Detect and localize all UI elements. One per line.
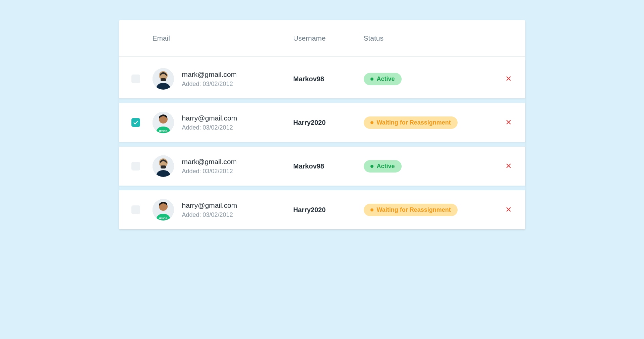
status-label: Active <box>377 76 395 83</box>
cell-email: mark@gmail.com Added: 03/02/2012 <box>153 155 293 177</box>
email-info: mark@gmail.com Added: 03/02/2012 <box>182 70 237 88</box>
close-icon <box>506 76 512 82</box>
table-header: Email Username Status <box>119 20 525 57</box>
close-icon <box>506 119 512 125</box>
email-text: mark@gmail.com <box>182 70 237 79</box>
username-text: Markov98 <box>293 75 364 83</box>
added-date: Added: 03/02/2012 <box>182 211 237 219</box>
avatar: IENCE <box>153 112 174 133</box>
close-icon <box>506 206 512 212</box>
cell-status: Waiting for Reassignment <box>364 116 492 129</box>
cell-email: IENCE harry@gmail.com Added: 03/02/2012 <box>153 112 293 133</box>
header-status: Status <box>364 34 492 42</box>
cell-delete <box>492 117 525 128</box>
status-dot-icon <box>370 165 373 168</box>
delete-button[interactable] <box>504 117 514 128</box>
email-text: mark@gmail.com <box>182 158 237 166</box>
header-username: Username <box>293 34 364 42</box>
row-checkbox[interactable] <box>131 75 140 83</box>
username-text: Harry2020 <box>293 206 364 214</box>
table-row: IENCE harry@gmail.com Added: 03/02/2012 … <box>119 190 525 229</box>
cell-checkbox <box>119 118 153 127</box>
cell-checkbox <box>119 162 153 171</box>
added-date: Added: 03/02/2012 <box>182 168 237 175</box>
svg-rect-2 <box>161 78 166 81</box>
status-badge: Active <box>364 73 402 85</box>
header-email: Email <box>153 34 293 42</box>
added-date: Added: 03/02/2012 <box>182 124 237 131</box>
status-badge: Waiting for Reassignment <box>364 116 458 129</box>
cell-email: IENCE harry@gmail.com Added: 03/02/2012 <box>153 199 293 221</box>
cell-status: Waiting for Reassignment <box>364 204 492 216</box>
cell-delete <box>492 161 525 172</box>
cell-status: Active <box>364 160 492 173</box>
cell-delete <box>492 74 525 85</box>
table-body: mark@gmail.com Added: 03/02/2012 Markov9… <box>119 59 525 229</box>
avatar <box>153 155 174 177</box>
delete-button[interactable] <box>504 74 514 85</box>
email-info: mark@gmail.com Added: 03/02/2012 <box>182 158 237 175</box>
status-label: Waiting for Reassignment <box>377 206 451 213</box>
svg-rect-12 <box>161 165 166 168</box>
table-row: IENCE harry@gmail.com Added: 03/02/2012 … <box>119 103 525 142</box>
close-icon <box>506 163 512 169</box>
status-label: Active <box>377 163 395 170</box>
row-checkbox[interactable] <box>131 118 140 127</box>
cell-email: mark@gmail.com Added: 03/02/2012 <box>153 68 293 90</box>
row-checkbox[interactable] <box>131 205 140 214</box>
svg-text:IENCE: IENCE <box>159 217 167 220</box>
table-row: mark@gmail.com Added: 03/02/2012 Markov9… <box>119 59 525 98</box>
delete-button[interactable] <box>504 204 514 215</box>
status-badge: Waiting for Reassignment <box>364 204 458 216</box>
status-dot-icon <box>370 78 373 81</box>
cell-checkbox <box>119 205 153 214</box>
table-row: mark@gmail.com Added: 03/02/2012 Markov9… <box>119 147 525 186</box>
added-date: Added: 03/02/2012 <box>182 81 237 88</box>
status-dot-icon <box>370 121 373 124</box>
delete-button[interactable] <box>504 161 514 172</box>
email-text: harry@gmail.com <box>182 201 237 209</box>
email-info: harry@gmail.com Added: 03/02/2012 <box>182 114 237 131</box>
cell-checkbox <box>119 75 153 83</box>
row-checkbox[interactable] <box>131 162 140 171</box>
status-label: Waiting for Reassignment <box>377 119 451 126</box>
email-info: harry@gmail.com Added: 03/02/2012 <box>182 201 237 219</box>
user-table: Email Username Status mark@gmail.com Add… <box>119 20 525 229</box>
username-text: Harry2020 <box>293 119 364 127</box>
avatar: IENCE <box>153 199 174 221</box>
username-text: Markov98 <box>293 162 364 170</box>
status-dot-icon <box>370 208 373 211</box>
cell-status: Active <box>364 73 492 85</box>
email-text: harry@gmail.com <box>182 114 237 122</box>
status-badge: Active <box>364 160 402 173</box>
avatar <box>153 68 174 90</box>
svg-text:IENCE: IENCE <box>159 130 167 133</box>
user-table-container: Email Username Status mark@gmail.com Add… <box>119 20 525 229</box>
cell-delete <box>492 204 525 215</box>
